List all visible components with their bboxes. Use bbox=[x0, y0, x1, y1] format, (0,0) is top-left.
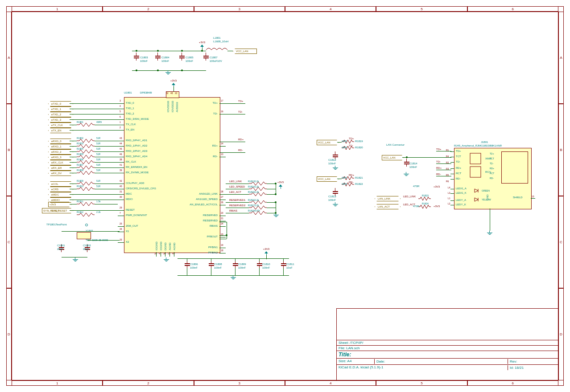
junction-dot bbox=[275, 212, 277, 214]
ruler-col-3: 3 bbox=[194, 6, 285, 12]
svg-text:XMIT: XMIT bbox=[485, 157, 492, 160]
power-arrow-icon bbox=[200, 44, 205, 49]
resistor bbox=[77, 202, 95, 206]
hier-label: eRXD_2 bbox=[48, 149, 73, 155]
hier-label: eTXD_0 bbox=[48, 101, 73, 106]
power-flag-vcc-lan: VCC_LAN bbox=[233, 49, 257, 54]
ruler-col-5: 5 bbox=[376, 6, 467, 12]
hier-label: eRX_CLK bbox=[48, 160, 73, 165]
junction-dot bbox=[181, 50, 183, 52]
ruler-col-1: 1 bbox=[12, 6, 103, 12]
gnd-icon bbox=[487, 231, 493, 235]
power-flag-vcc-lan: VCC_LAN bbox=[317, 140, 339, 145]
rj45-transformer-icon: XMIT RCV bbox=[467, 151, 498, 180]
hier-label: eTX_EN bbox=[48, 128, 73, 133]
gnd-icon bbox=[332, 166, 339, 170]
power-arrow-icon bbox=[278, 184, 284, 189]
file-name: File: LAN.sch bbox=[339, 346, 360, 350]
resistor bbox=[77, 123, 95, 127]
gnd-icon bbox=[403, 172, 409, 176]
hier-label: eRX_DV bbox=[48, 171, 73, 176]
hier-label: eTXD_3 bbox=[48, 117, 73, 122]
junction-dot bbox=[275, 183, 277, 184]
rj45-led-icon: GREEN YELLOW bbox=[472, 187, 499, 205]
hier-label: eTX_CLK bbox=[48, 122, 73, 128]
junction-dot bbox=[275, 201, 277, 203]
hier-label: eRX_ER bbox=[48, 165, 73, 171]
hier-label: eTXD_1 bbox=[48, 106, 73, 112]
schematic-sheet: 1 2 3 4 5 6 1 2 3 4 5 6 A B C D A B C D … bbox=[0, 0, 570, 392]
cap bbox=[257, 260, 262, 268]
hier-label: eCOL bbox=[48, 181, 73, 187]
cap-c1803 bbox=[134, 53, 139, 61]
ruler-col-2: 2 bbox=[103, 6, 194, 12]
rev-label: Rev: bbox=[508, 359, 556, 364]
ruler-right: A B C D bbox=[558, 12, 564, 380]
inductor-l1801 bbox=[206, 47, 228, 53]
gnd-icon bbox=[332, 202, 339, 207]
junction-dot bbox=[181, 69, 183, 71]
junction-dot bbox=[406, 156, 408, 158]
junction-dot bbox=[226, 234, 227, 236]
cap bbox=[281, 260, 286, 268]
hier-label: +3V3 bbox=[48, 202, 71, 207]
lan-connector-title: LAN Connector bbox=[386, 143, 405, 146]
hier-label: eCRS bbox=[48, 187, 73, 192]
crystal-y1801 bbox=[77, 232, 91, 239]
resistor bbox=[77, 171, 95, 175]
hier-label: eRXD_3 bbox=[48, 155, 73, 160]
ic-dp83848 bbox=[124, 97, 220, 253]
svg-rect-1 bbox=[470, 167, 481, 177]
ruler-top: 1 2 3 4 5 6 bbox=[12, 6, 558, 12]
hier-label: eTXD_2 bbox=[48, 112, 73, 117]
title-block: Sheet: /TCP/IP/ File: LAN.sch Title: Siz… bbox=[336, 308, 558, 380]
ruler-col-4: 4 bbox=[285, 6, 376, 12]
title-label: Title: bbox=[339, 351, 351, 358]
id-label: Id: 18/21 bbox=[508, 365, 556, 370]
size-label: Size: A4 bbox=[339, 359, 374, 364]
cap-c1804 bbox=[155, 53, 161, 61]
sheet-path: Sheet: /TCP/IP/ bbox=[339, 341, 363, 345]
junction-dot bbox=[136, 50, 137, 52]
gnd-icon bbox=[230, 275, 236, 280]
svg-text:GREEN: GREEN bbox=[482, 189, 490, 192]
svg-text:RCV: RCV bbox=[485, 171, 491, 173]
cap bbox=[185, 260, 190, 268]
power-arrow-icon bbox=[264, 250, 269, 256]
cap-c1814 bbox=[404, 159, 409, 167]
cap bbox=[209, 260, 214, 268]
resistor-r1824 bbox=[418, 205, 431, 208]
power-arrow-icon bbox=[171, 82, 177, 87]
gnd-icon bbox=[165, 70, 171, 75]
hier-label-lan-link: LAN_LINK bbox=[375, 196, 401, 201]
resistor bbox=[77, 187, 95, 191]
junction-dot bbox=[201, 50, 203, 52]
ruler-bottom: 1 2 3 4 5 6 bbox=[12, 380, 558, 386]
svg-marker-7 bbox=[475, 198, 478, 201]
cap-c1807 bbox=[203, 53, 209, 61]
tool-label: KiCad E.D.A. kicad (5.1.9)-1 bbox=[339, 365, 508, 370]
svg-rect-0 bbox=[470, 153, 481, 164]
hier-label: eRXD_1 bbox=[48, 144, 73, 149]
junction-dot bbox=[275, 193, 277, 195]
junction-dot bbox=[157, 50, 159, 52]
hier-label-lan-act: LAN_ACT bbox=[375, 204, 401, 209]
hier-label-sys-reset: SYS_RESET bbox=[42, 208, 71, 213]
hier-label: eMDC bbox=[48, 192, 73, 197]
svg-marker-4 bbox=[475, 189, 478, 192]
gnd-icon bbox=[72, 257, 78, 262]
cap-c1805 bbox=[179, 53, 185, 61]
hier-label: eRXD_0 bbox=[48, 139, 73, 144]
ruler-col-6: 6 bbox=[467, 6, 558, 12]
ruler-left: A B C D bbox=[6, 12, 12, 380]
junction-dot bbox=[136, 69, 137, 71]
resistor-r1823 bbox=[418, 197, 431, 200]
cap bbox=[233, 260, 238, 268]
junction-dot bbox=[157, 69, 159, 71]
rj45-plug-outline-icon bbox=[501, 151, 528, 184]
testpoint-icon bbox=[85, 224, 88, 226]
date-label: Date: bbox=[374, 359, 508, 364]
gnd-icon bbox=[163, 257, 169, 262]
